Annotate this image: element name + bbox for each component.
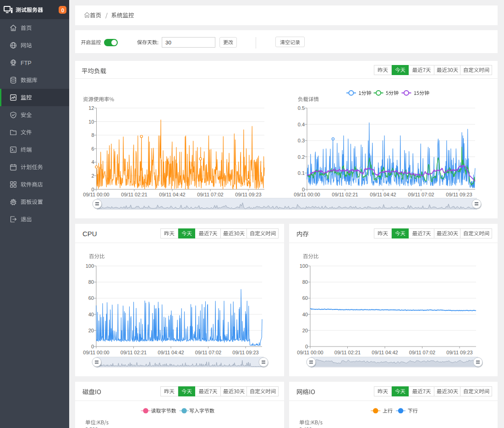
svg-text:0.1: 0.1: [298, 170, 305, 176]
svg-text:6: 6: [91, 146, 94, 152]
svg-text:09/11 09:23: 09/11 09:23: [232, 350, 258, 355]
svg-text:0.2: 0.2: [298, 154, 305, 160]
svg-text:09/11 02:21: 09/11 02:21: [121, 192, 147, 197]
svg-text:80: 80: [302, 279, 308, 285]
svg-text:2: 2: [91, 173, 94, 179]
svg-text:40: 40: [302, 312, 308, 317]
svg-text:0.4: 0.4: [298, 122, 305, 127]
svg-text:0.5: 0.5: [298, 105, 305, 111]
svg-text:09/11 00:00: 09/11 00:00: [83, 350, 109, 355]
svg-text:09/11 04:42: 09/11 04:42: [159, 192, 185, 197]
svg-text:2.400: 2.400: [299, 427, 312, 428]
svg-text:09/11 04:42: 09/11 04:42: [158, 350, 184, 355]
svg-text:0: 0: [305, 344, 308, 349]
svg-text:09/11 07:02: 09/11 07:02: [195, 350, 221, 355]
svg-text:09/11 09:23: 09/11 09:23: [446, 350, 472, 355]
svg-text:CPU: CPU: [82, 230, 97, 238]
svg-text:09/11 07:02: 09/11 07:02: [197, 192, 223, 197]
svg-text:09/11 00:00: 09/11 00:00: [294, 192, 320, 197]
svg-text:4: 4: [91, 159, 94, 165]
svg-text:2.500: 2.500: [85, 427, 98, 428]
svg-text:8: 8: [91, 132, 94, 138]
svg-text:09/11 02:21: 09/11 02:21: [121, 350, 147, 355]
svg-text:10: 10: [88, 119, 94, 125]
svg-text:09/11 07:02: 09/11 07:02: [409, 350, 435, 355]
svg-text:09/11 00:00: 09/11 00:00: [297, 350, 323, 355]
svg-text:20: 20: [88, 328, 94, 333]
svg-text:60: 60: [302, 295, 308, 301]
svg-text:40: 40: [88, 312, 94, 317]
svg-text:100: 100: [300, 263, 308, 269]
svg-text:09/11 09:23: 09/11 09:23: [235, 192, 261, 197]
svg-text:09/11 09:23: 09/11 09:23: [446, 192, 472, 197]
svg-text:09/11 00:00: 09/11 00:00: [83, 192, 109, 197]
svg-text:09/11 02:21: 09/11 02:21: [332, 192, 358, 197]
svg-text:FTP: FTP: [21, 60, 32, 66]
svg-text:09/11 02:21: 09/11 02:21: [334, 350, 361, 355]
svg-text:30: 30: [165, 40, 171, 45]
svg-text:09/11 04:42: 09/11 04:42: [370, 192, 396, 197]
svg-text:0: 0: [91, 344, 94, 349]
svg-text:80: 80: [88, 279, 94, 285]
svg-text:0.3: 0.3: [298, 138, 305, 143]
svg-text:09/11 04:42: 09/11 04:42: [372, 350, 398, 355]
svg-text:20: 20: [302, 328, 308, 333]
svg-text:60: 60: [88, 295, 94, 301]
svg-text:12: 12: [88, 105, 94, 111]
svg-text:09/11 07:02: 09/11 07:02: [408, 192, 434, 197]
svg-text:100: 100: [86, 263, 94, 269]
